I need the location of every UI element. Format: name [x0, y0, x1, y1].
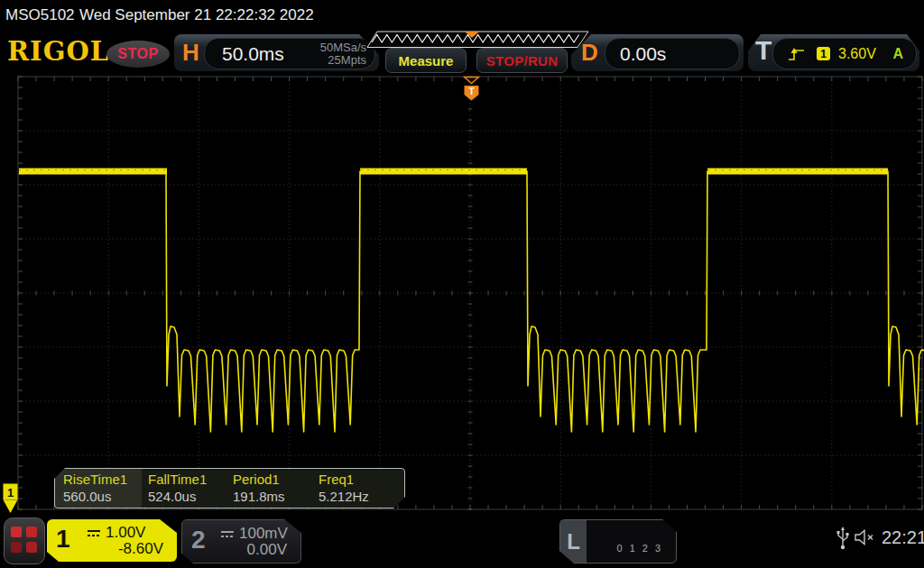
measurement-label: Freq1	[319, 472, 354, 487]
trigger-level-value: 3.60V	[838, 46, 876, 62]
trigger-position-marker[interactable]: T	[463, 76, 480, 105]
waveform-overview-band[interactable]	[366, 31, 590, 49]
trigger-marker-icon: T	[463, 76, 480, 102]
timebase-value: 50.0ms	[222, 43, 284, 65]
horizontal-inset: 50.0ms 50MSa/s 25Mpts	[204, 38, 375, 69]
channel2-offset: 0.00V	[247, 541, 287, 559]
memory-depth: 25Mpts	[328, 53, 366, 67]
top-toolbar: RIGOL STOP H 50.0ms 50MSa/s 25Mpts Measu…	[0, 31, 924, 74]
trace-burst-segment	[888, 171, 924, 425]
menu-grid-icon	[11, 542, 22, 553]
run-state-indicator[interactable]: STOP	[106, 41, 170, 68]
channel1-scale-value: 1.00V	[106, 524, 145, 542]
logic-label: L	[560, 520, 587, 563]
delay-value: 0.00s	[620, 43, 666, 65]
measurement-label: RiseTime1	[63, 472, 127, 487]
trigger-source-badge: 1	[817, 47, 830, 60]
dc-coupling-icon	[220, 529, 235, 539]
measurement-label: FallTime1	[148, 472, 207, 487]
stop-run-button[interactable]: STOP/RUN	[476, 48, 568, 73]
channel1-scale: 1.00V	[87, 524, 145, 542]
status-clock: 22:21	[882, 527, 924, 548]
measure-button-label: Measure	[399, 53, 454, 69]
trigger-settings-block[interactable]: T 1 3.60V A	[748, 34, 919, 71]
trace-burst-segment	[527, 171, 707, 432]
measurement-label: Period1	[233, 472, 280, 487]
trigger-mode-indicator: A	[892, 46, 903, 62]
menu-grid-icon	[11, 527, 22, 537]
dc-coupling-icon	[87, 528, 101, 538]
measurement-value: 5.212Hz	[319, 489, 369, 504]
svg-text:T: T	[468, 86, 475, 96]
logic-channels-status[interactable]: L 0 1 2 3 4 5 6 7 8 9 1011 12131415	[559, 519, 677, 563]
horizontal-settings-block[interactable]: H 50.0ms 50MSa/s 25Mpts	[174, 34, 379, 71]
acquisition-info: 50MSa/s 25Mpts	[320, 41, 366, 67]
channel2-scale-value: 100mV	[239, 525, 288, 543]
logic-digit-rows: 0 1 2 3 4 5 6 7 8 9 1011 12131415	[595, 526, 724, 568]
ch1-offset-marker[interactable]: 1	[3, 483, 18, 518]
logic-row1: 0 1 2 3 4 5 6 7	[616, 543, 724, 554]
channel1-offset: -8.60V	[118, 540, 163, 558]
horizontal-label: H	[182, 39, 199, 67]
measurement-value: 524.0us	[148, 489, 196, 504]
speaker-muted-icon	[854, 528, 877, 546]
delay-settings-block[interactable]: D 0.00s	[571, 34, 744, 71]
trigger-slope-icon	[788, 47, 806, 61]
trigger-inset: 1 3.60V A	[772, 38, 917, 69]
measure-button[interactable]: Measure	[385, 48, 467, 73]
brand-logo: RIGOL	[7, 36, 109, 67]
channel1-number: 1	[56, 525, 70, 554]
menu-grid-icon	[26, 542, 37, 553]
measurement-value: 560.0us	[63, 489, 111, 504]
trigger-label: T	[755, 35, 772, 66]
stop-run-label: STOP/RUN	[486, 53, 559, 69]
trace-burst-segment	[166, 171, 360, 432]
measurement-value: 191.8ms	[233, 489, 285, 504]
channel2-scale: 100mV	[220, 525, 288, 543]
delay-inset: 0.00s	[605, 38, 740, 69]
channel2-status[interactable]: 2 100mV 0.00V	[181, 519, 301, 563]
bottom-bar: 1 1.00V -8.60V 2 100mV 0.00V L	[0, 516, 924, 568]
run-state-label: STOP	[117, 46, 158, 62]
ch1-marker-icon: 1	[3, 483, 18, 514]
channel1-status[interactable]: 1 1.00V -8.60V	[47, 519, 177, 562]
sample-rate: 50MSa/s	[320, 41, 366, 54]
channel2-number: 2	[191, 526, 206, 554]
menu-grid-icon	[26, 527, 37, 537]
usb-icon	[836, 526, 850, 551]
svg-text:1: 1	[7, 486, 14, 499]
menu-button[interactable]	[4, 518, 45, 564]
measurement-panel[interactable]: RiseTime1 560.0us FallTime1 524.0us Peri…	[54, 468, 405, 508]
oscilloscope-screen: MSO5102 Wed September 21 22:22:32 2022 T…	[0, 0, 924, 568]
